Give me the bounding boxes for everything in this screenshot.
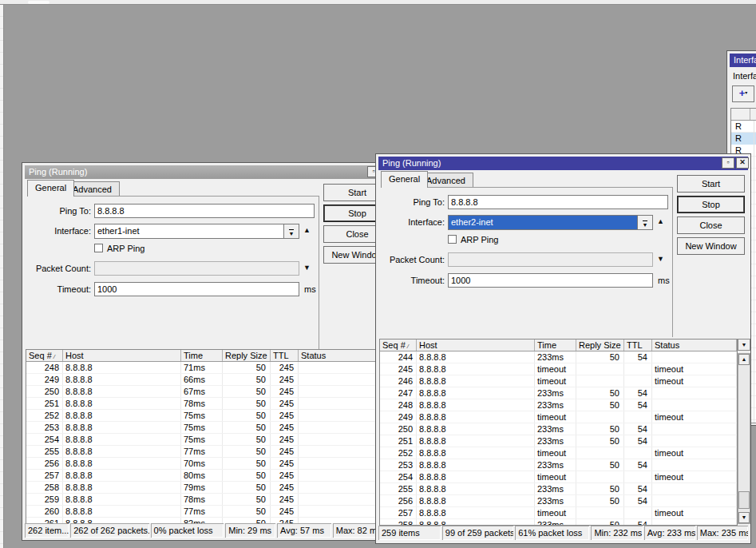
column-header-host[interactable]: Host <box>63 350 181 361</box>
close-icon[interactable]: ✕ <box>736 157 749 169</box>
collapse-arrow-icon[interactable]: ▲ <box>657 217 664 225</box>
table-row[interactable]: 2578.8.8.8timeouttimeout <box>380 507 737 519</box>
chevron-down-icon: ▾ <box>745 90 747 95</box>
status-bar: 262 item...262 of 262 packets...0% packe… <box>25 523 396 539</box>
table-row[interactable]: 2518.8.8.878ms50245 <box>26 398 394 410</box>
ping-to-input[interactable]: 8.8.8.8 <box>94 204 315 218</box>
table-row[interactable]: 2588.8.8.879ms50245 <box>26 482 394 494</box>
ping-to-input[interactable]: 8.8.8.8 <box>448 195 668 209</box>
cell-reply: 50 <box>576 351 624 363</box>
table-row[interactable]: 2448.8.8.8233ms5054 <box>380 351 737 363</box>
stop-button[interactable]: Stop <box>677 196 745 213</box>
cell-host: 8.8.8.8 <box>63 422 181 433</box>
column-header-seq[interactable]: Seq #/ <box>26 350 63 361</box>
scrollbar-thumb[interactable] <box>738 491 750 509</box>
cell-seq: 248 <box>26 362 63 373</box>
table-row[interactable]: 2558.8.8.877ms50245 <box>26 446 394 458</box>
table-row[interactable]: 2538.8.8.8233ms5054 <box>380 459 737 471</box>
timeout-label: Timeout: <box>379 276 445 285</box>
packet-count-input[interactable] <box>94 261 299 276</box>
interface-combo-selected[interactable]: ether2-inet <box>448 215 638 230</box>
table-row[interactable]: 2528.8.8.8timeouttimeout <box>380 447 737 459</box>
cell-status <box>652 459 737 471</box>
table-row[interactable]: 2598.8.8.878ms50245 <box>26 494 394 506</box>
cell-seq: 256 <box>380 495 417 506</box>
scroll-down-icon[interactable]: ▼ <box>738 512 750 523</box>
table-row[interactable]: 2538.8.8.875ms50245 <box>26 422 394 434</box>
collapse-arrow-icon[interactable]: ▲ <box>303 226 311 234</box>
ping-left-titlebar[interactable]: Ping (Running) <box>25 165 394 179</box>
cell-ttl <box>624 471 652 482</box>
tab-general[interactable]: General <box>381 171 428 188</box>
cell-ttl: 54 <box>624 495 652 506</box>
column-header-host[interactable]: Host <box>417 340 535 351</box>
table-row[interactable]: 2578.8.8.880ms50245 <box>26 470 394 482</box>
column-header-ttl[interactable]: TTL <box>271 350 299 361</box>
close-button[interactable]: Close <box>677 216 745 234</box>
start-button[interactable]: Start <box>677 175 745 193</box>
interface-table-header[interactable] <box>731 109 756 121</box>
column-header-time[interactable]: Time <box>535 340 576 351</box>
cell-time: 77ms <box>181 506 223 517</box>
table-row[interactable]: 2558.8.8.8233ms5054 <box>380 483 737 495</box>
cell-time: 71ms <box>181 362 223 373</box>
column-header-ttl[interactable]: TTL <box>624 340 652 351</box>
table-row[interactable]: 2568.8.8.8233ms5054 <box>380 495 737 507</box>
cell-time: timeout <box>535 375 576 387</box>
cell-reply: 50 <box>223 386 271 397</box>
table-row-selected[interactable]: R <box>731 133 756 145</box>
table-row[interactable]: 2488.8.8.8233ms5054 <box>380 399 737 411</box>
maximize-icon[interactable]: ▫ <box>722 157 734 169</box>
add-interface-button[interactable]: +▾ <box>732 85 754 102</box>
table-row[interactable]: 2588.8.8.8233ms5054 <box>380 519 737 526</box>
tab-interface[interactable]: Interface <box>733 71 756 81</box>
cell-host: 8.8.8.8 <box>417 483 535 494</box>
column-header-status[interactable]: Status <box>652 340 737 351</box>
column-header-time[interactable]: Time <box>181 350 223 361</box>
table-row[interactable]: 2508.8.8.867ms50245 <box>26 386 394 398</box>
vertical-scrollbar[interactable]: ▲ ▼ <box>738 353 750 524</box>
table-row[interactable]: 2508.8.8.8233ms5054 <box>380 423 737 435</box>
table-row[interactable]: R <box>731 121 756 133</box>
interface-dropdown-button[interactable]: ▼ <box>283 224 299 239</box>
expand-arrow-icon[interactable]: ▼ <box>303 264 311 272</box>
column-select-button[interactable]: ▼ <box>738 339 750 351</box>
table-row[interactable]: 2478.8.8.8233ms5054 <box>380 387 737 399</box>
interface-list-titlebar[interactable]: Interface List <box>730 54 756 67</box>
table-row[interactable]: 2488.8.8.871ms50245 <box>26 362 394 374</box>
status-segment: 262 of 262 packets... <box>70 523 148 538</box>
interface-dropdown-button[interactable]: ▼ <box>637 215 653 230</box>
new-window-button[interactable]: New Window <box>677 237 745 255</box>
column-header-seq[interactable]: Seq #/ <box>380 340 417 351</box>
timeout-input[interactable]: 1000 <box>94 282 299 296</box>
tab-general[interactable]: General <box>27 180 74 197</box>
cell-seq: 253 <box>380 459 417 471</box>
column-header-reply[interactable]: Reply Size <box>576 340 624 351</box>
table-row[interactable]: 2568.8.8.870ms50245 <box>26 458 394 470</box>
cell-host: 8.8.8.8 <box>63 470 181 481</box>
cell-time: 78ms <box>181 494 223 505</box>
flag-column-header[interactable] <box>731 109 750 120</box>
table-row[interactable]: 2498.8.8.866ms50245 <box>26 374 394 386</box>
packet-count-input[interactable] <box>448 252 653 267</box>
interface-combo[interactable]: ether1-inet <box>94 224 284 239</box>
table-row[interactable]: 2548.8.8.875ms50245 <box>26 434 394 446</box>
cell-ttl: 54 <box>624 435 652 447</box>
cell-status <box>652 483 737 494</box>
table-row[interactable]: 2498.8.8.8timeouttimeout <box>380 411 737 423</box>
table-row[interactable]: 2608.8.8.877ms50245 <box>26 506 394 518</box>
timeout-input[interactable]: 1000 <box>448 273 653 288</box>
scroll-up-icon[interactable]: ▲ <box>738 354 750 365</box>
table-row[interactable]: 2468.8.8.8timeouttimeout <box>380 375 737 387</box>
arp-ping-checkbox[interactable] <box>94 244 103 252</box>
column-header-reply[interactable]: Reply Size <box>223 350 271 361</box>
table-row[interactable]: 2528.8.8.875ms50245 <box>26 410 394 422</box>
ping-right-titlebar[interactable]: Ping (Running) <box>378 157 748 170</box>
table-row[interactable]: 2518.8.8.8233ms5054 <box>380 435 737 447</box>
table-row[interactable]: 2458.8.8.8timeouttimeout <box>380 363 737 375</box>
background-window-top-edge <box>0 0 756 5</box>
expand-arrow-icon[interactable]: ▼ <box>657 255 664 263</box>
arp-ping-checkbox[interactable] <box>448 235 457 244</box>
table-row[interactable]: 2548.8.8.8timeouttimeout <box>380 471 737 483</box>
cell-host: 8.8.8.8 <box>417 351 535 363</box>
